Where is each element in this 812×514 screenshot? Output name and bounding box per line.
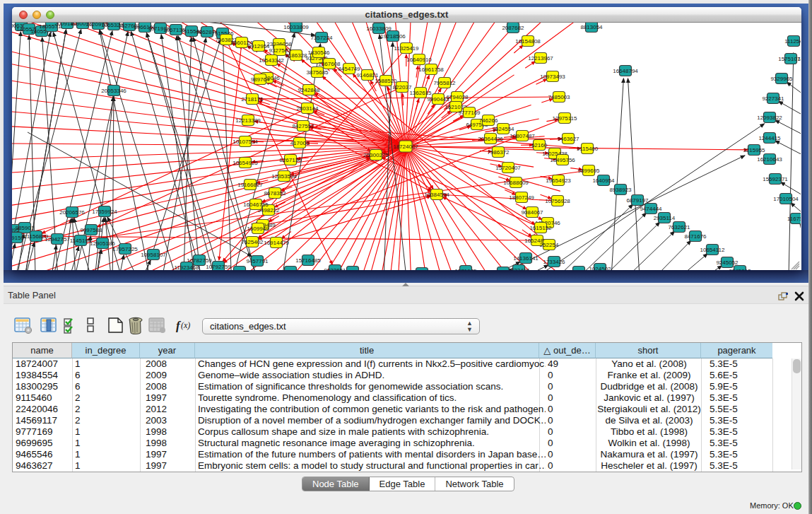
svg-text:62160: 62160 (531, 142, 548, 148)
svg-text:12093822: 12093822 (757, 115, 782, 121)
svg-text:1640954: 1640954 (592, 177, 615, 184)
svg-text:10107554: 10107554 (233, 139, 258, 145)
svg-text:(x): (x) (181, 320, 190, 330)
svg-text:9242848: 9242848 (298, 87, 320, 93)
svg-text:7357224: 7357224 (310, 35, 333, 41)
svg-text:11325419: 11325419 (394, 45, 420, 52)
svg-text:10654112: 10654112 (700, 247, 726, 253)
svg-text:6879197: 6879197 (626, 197, 649, 204)
svg-text:8427552: 8427552 (292, 123, 314, 129)
svg-text:137164: 137164 (343, 269, 363, 270)
svg-text:8186328: 8186328 (285, 52, 307, 59)
svg-text:9329965: 9329965 (770, 76, 793, 82)
svg-text:9227341: 9227341 (762, 95, 784, 102)
svg-text:1145194: 1145194 (70, 238, 92, 244)
svg-text:16210643: 16210643 (757, 156, 782, 163)
svg-text:9245012: 9245012 (729, 268, 751, 270)
svg-text:15716485: 15716485 (295, 257, 321, 264)
svg-text:16033809: 16033809 (283, 24, 309, 30)
svg-text:15592371: 15592371 (763, 176, 788, 182)
svg-text:116753: 116753 (787, 216, 801, 222)
svg-text:9097588: 9097588 (80, 227, 102, 233)
svg-text:1830546: 1830546 (307, 49, 330, 56)
svg-text:10807487: 10807487 (510, 133, 535, 139)
svg-text:19218506: 19218506 (380, 33, 406, 40)
svg-text:18807249: 18807249 (509, 194, 534, 201)
svg-text:985901: 985901 (16, 225, 35, 231)
svg-text:1609949: 1609949 (247, 226, 269, 232)
svg-text:9084067: 9084067 (521, 209, 543, 216)
svg-text:17359924: 17359924 (92, 209, 117, 215)
svg-text:8813054: 8813054 (580, 24, 603, 30)
svg-text:252254: 252254 (540, 242, 559, 248)
svg-text:1733426: 1733426 (507, 267, 530, 270)
svg-text:9777169: 9777169 (458, 110, 481, 116)
svg-text:3875685: 3875685 (306, 69, 329, 76)
svg-text:17957225: 17957225 (112, 246, 138, 252)
svg-text:12905185: 12905185 (90, 240, 115, 247)
svg-text:2935114: 2935114 (654, 215, 676, 221)
svg-text:10973493: 10973493 (540, 74, 565, 80)
svg-text:16046755: 16046755 (243, 201, 269, 208)
svg-text:924501: 924501 (570, 269, 589, 270)
svg-text:1615152: 1615152 (529, 225, 552, 231)
svg-text:14136141: 14136141 (513, 255, 539, 262)
svg-text:19384554: 19384554 (424, 192, 449, 198)
svg-text:7632621: 7632621 (668, 224, 690, 230)
svg-text:12942757: 12942757 (45, 236, 70, 243)
svg-text:9457791: 9457791 (246, 258, 269, 264)
svg-text:19166827: 19166827 (237, 182, 263, 188)
svg-text:16640910: 16640910 (406, 57, 432, 63)
svg-text:10543342: 10543342 (259, 57, 284, 64)
svg-text:8471676: 8471676 (684, 233, 707, 240)
svg-text:2087682: 2087682 (502, 25, 524, 31)
svg-text:2803144: 2803144 (296, 105, 319, 112)
svg-text:10688609: 10688609 (503, 180, 529, 186)
svg-text:7955812: 7955812 (433, 80, 456, 86)
svg-text:16648794: 16648794 (613, 68, 638, 74)
svg-text:8267130: 8267130 (279, 157, 302, 163)
svg-text:9463627: 9463627 (557, 136, 579, 142)
svg-text:15720407: 15720407 (495, 165, 521, 171)
svg-text:12213967: 12213967 (528, 55, 553, 62)
svg-text:20364436: 20364436 (478, 136, 503, 142)
svg-text:19654923: 19654923 (546, 177, 571, 184)
svg-text:12353594: 12353594 (271, 173, 297, 180)
svg-text:9245052: 9245052 (716, 259, 739, 266)
svg-text:1371645: 1371645 (454, 268, 477, 270)
svg-text:8678352: 8678352 (264, 190, 286, 197)
svg-text:20206576: 20206576 (59, 209, 85, 216)
svg-text:18724007: 18724007 (393, 144, 418, 150)
svg-text:18495756: 18495756 (550, 157, 575, 163)
svg-text:3624554: 3624554 (492, 126, 514, 132)
svg-text:20053346: 20053346 (101, 88, 126, 94)
svg-text:16914479: 16914479 (264, 240, 289, 246)
svg-text:7485003: 7485003 (548, 94, 570, 100)
svg-text:8454749: 8454749 (338, 66, 360, 72)
svg-text:11923468: 11923468 (175, 264, 200, 270)
svg-text:9899695: 9899695 (577, 168, 600, 174)
svg-text:16961758: 16961758 (418, 66, 444, 73)
svg-text:10654925: 10654925 (233, 160, 258, 166)
svg-text:1588520: 1588520 (375, 78, 397, 84)
svg-text:2718176: 2718176 (241, 96, 264, 103)
svg-text:10923468: 10923468 (227, 269, 252, 270)
svg-text:6794028: 6794028 (446, 94, 469, 100)
svg-text:111254: 111254 (784, 38, 801, 45)
svg-text:12213389: 12213389 (235, 117, 261, 124)
svg-text:16154808: 16154808 (515, 38, 541, 45)
svg-text:417006: 417006 (290, 140, 310, 146)
svg-text:15751074: 15751074 (778, 56, 801, 62)
svg-text:3215955: 3215955 (743, 147, 765, 153)
svg-text:1244415: 1244415 (758, 135, 781, 141)
svg-text:8937271: 8937271 (279, 269, 302, 270)
svg-text:989764: 989764 (251, 76, 270, 83)
svg-text:7625402: 7625402 (241, 239, 264, 245)
svg-text:10958107: 10958107 (141, 252, 166, 258)
svg-text:1024502: 1024502 (589, 266, 611, 270)
svg-text:39159: 39159 (12, 235, 25, 241)
svg-text:9115460: 9115460 (577, 146, 599, 152)
svg-text:1362615: 1362615 (409, 90, 432, 96)
svg-text:2367608: 2367608 (318, 61, 341, 67)
svg-text:12975115: 12975115 (553, 115, 578, 122)
